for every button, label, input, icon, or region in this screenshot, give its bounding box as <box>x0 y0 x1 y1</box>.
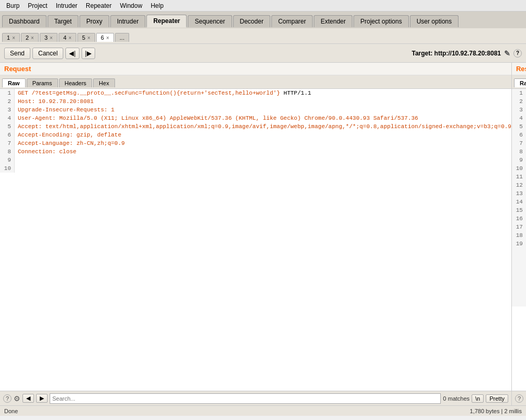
tab-decoder[interactable]: Decoder <box>233 15 270 27</box>
tab-dashboard[interactable]: Dashboard <box>2 15 47 27</box>
response-help-icon[interactable]: ? <box>515 394 523 403</box>
status-left: Done <box>4 408 18 414</box>
status-right: 1,780 bytes | 2 millis <box>470 408 522 414</box>
request-sub-tabs: Raw Params Headers Hex <box>0 75 511 89</box>
toolbar: Send Cancel ◀| |▶ Target: http://10.92.7… <box>0 44 526 63</box>
request-tab-raw[interactable]: Raw <box>2 78 26 87</box>
table-row: 5 Content-Type: text/html; charset=utf-8 <box>512 122 526 131</box>
table-row: &nbsp; &nbsp;at Route.dispatch (/home/T <box>512 298 526 307</box>
request-nav-back[interactable]: ◀ <box>22 394 34 403</box>
table-row: 5 Accept: text/html,application/xhtml+xm… <box>0 122 511 131</box>
table-row: &nbsp; &nbsp;at ServerResponse.send (/h <box>512 265 526 273</box>
tab-repeater[interactable]: Repeater <box>146 15 187 28</box>
table-row: 14 <title> <box>512 198 526 206</box>
nav-forward-button[interactable]: |▶ <box>82 48 95 59</box>
request-btn-n[interactable]: \n <box>472 394 484 403</box>
tab-extender[interactable]: Extender <box>314 15 352 27</box>
response-panel: Response Raw Headers Hex Render 1 HTTP/1… <box>512 63 526 405</box>
table-row: &nbsp; &nbsp;at /home/luogan03/Document <box>512 273 526 281</box>
rep-tab-6[interactable]: 6× <box>96 33 114 42</box>
table-row: 2 X-Powered-By: Express <box>512 97 526 106</box>
request-code-scroll[interactable]: 1 GET /?test=getMsg.__proto__.secFunc=fu… <box>0 89 511 391</box>
status-bar: Done 1,780 bytes | 2 millis <box>0 405 526 416</box>
help-icon[interactable]: ? <box>513 49 522 58</box>
rep-tab-3[interactable]: 3× <box>40 33 58 42</box>
table-row: 10 <!DOCTYPE html> <box>512 164 526 173</box>
menu-intruder[interactable]: Intruder <box>52 1 82 10</box>
response-sub-tabs: Raw Headers Hex Render <box>512 75 526 89</box>
table-row: 1 GET /?test=getMsg.__proto__.secFunc=fu… <box>0 89 511 97</box>
target-info: Target: http://10.92.78.20:8081 ✎ ? <box>411 49 522 58</box>
menu-help[interactable]: Help <box>146 1 168 10</box>
table-row: 3 Upgrade-Insecure-Requests: 1 <box>0 106 511 114</box>
rep-tab-more[interactable]: ... <box>115 33 129 42</box>
target-url: http://10.92.78.20:8081 <box>434 50 501 57</box>
table-row: &nbsp; &nbsp;at Layer.handle [as handle <box>512 281 526 290</box>
table-row: 7 Date: Mon, 17 May 2021 09:32:55 GMT <box>512 139 526 147</box>
table-row: 15 Error <box>512 206 526 214</box>
tab-target[interactable]: Target <box>48 15 78 27</box>
table-row: 6 Accept-Encoding: gzip, deflate <box>0 131 511 139</box>
request-nav-fwd[interactable]: ▶ <box>36 394 48 403</box>
request-code-area: 1 GET /?test=getMsg.__proto__.secFunc=fu… <box>0 89 511 391</box>
table-row: &nbsp; &nbsp;at Function.from (buffer.: <box>512 256 526 265</box>
tab-intruder[interactable]: Intruder <box>110 15 145 27</box>
response-code-area: 1 HTTP/1.1 500 Internal Server Error 2 X… <box>512 89 526 391</box>
table-row: 7 Accept-Language: zh-CN,zh;q=0.9 <box>0 139 511 147</box>
table-row: 8 Connection: close <box>512 147 526 156</box>
main-content: Request Raw Params Headers Hex 1 GET /?t… <box>0 63 526 405</box>
table-row: 9 <box>512 156 526 164</box>
menu-bar: Burp Project Intruder Repeater Window He… <box>0 0 526 12</box>
tab-proxy[interactable]: Proxy <box>79 15 109 27</box>
tab-comparer[interactable]: Comparer <box>271 15 313 27</box>
request-btn-pretty[interactable]: Pretty <box>486 394 508 403</box>
rep-tab-1[interactable]: 1× <box>2 33 20 42</box>
send-button[interactable]: Send <box>4 48 30 59</box>
table-row: 3 Content-Security-Policy: default-src '… <box>512 106 526 114</box>
request-match-count: 0 matches <box>443 395 470 402</box>
table-row: 10 <box>0 164 511 173</box>
nav-back-button[interactable]: ◀| <box>65 48 79 59</box>
table-row: 19 <pre> <box>512 240 526 248</box>
request-panel: Request Raw Params Headers Hex 1 GET /?t… <box>0 63 512 405</box>
table-row: 8 Connection: close <box>0 147 511 156</box>
nav-tabs: Dashboard Target Proxy Intruder Repeater… <box>0 12 526 29</box>
rep-tab-4[interactable]: 4× <box>59 33 76 42</box>
table-row: &nbsp; &nbsp;at next (/home/luogan03/Do <box>512 290 526 298</box>
tab-sequencer[interactable]: Sequencer <box>188 15 232 27</box>
table-row: 16 </title> <box>512 214 526 223</box>
request-bottom-bar: ? ⚙ ◀ ▶ 0 matches \n Pretty <box>0 391 511 405</box>
request-label: Request <box>0 63 511 75</box>
table-row: 6 Content-Length: 1523 <box>512 131 526 139</box>
menu-window[interactable]: Window <box>116 1 146 10</box>
table-row: 13 <meta charset="utf-8"> <box>512 189 526 198</box>
request-search-input[interactable] <box>50 393 441 404</box>
request-help-icon[interactable]: ? <box>3 394 12 403</box>
table-row: 1 HTTP/1.1 500 Internal Server Error <box>512 89 526 97</box>
request-tab-headers[interactable]: Headers <box>59 78 93 87</box>
rep-tab-5[interactable]: 5× <box>77 33 95 42</box>
table-row: TypeError [ERR_INVALID_ARG_TYPE]: The f: <box>512 248 526 256</box>
request-tab-params[interactable]: Params <box>27 78 58 87</box>
repeater-tabs: 1× 2× 3× 4× 5× 6× ... <box>0 29 526 44</box>
response-code-scroll[interactable]: 1 HTTP/1.1 500 Internal Server Error 2 X… <box>512 89 526 391</box>
edit-icon[interactable]: ✎ <box>504 49 510 58</box>
table-row: 4 User-Agent: Mozilla/5.0 (X11; Linux x8… <box>0 114 511 122</box>
table-row: 9 <box>0 156 511 164</box>
request-tab-hex[interactable]: Hex <box>93 78 115 87</box>
menu-burp[interactable]: Burp <box>2 1 24 10</box>
request-settings-icon[interactable]: ⚙ <box>14 394 20 403</box>
cancel-button[interactable]: Cancel <box>32 48 63 59</box>
table-row: 12 <head> <box>512 181 526 189</box>
table-row: 4 X-Content-Type-Options: nosniff <box>512 114 526 122</box>
response-label: Response <box>512 63 526 75</box>
tab-user-options[interactable]: User options <box>410 15 459 27</box>
rep-tab-2[interactable]: 2× <box>21 33 39 42</box>
tab-project-options[interactable]: Project options <box>353 15 408 27</box>
table-row: 17 </head> <box>512 223 526 231</box>
response-bottom-bar: ? ⚙ ◀ ▶ 0 matches \n Pretty <box>512 391 526 405</box>
response-tab-raw[interactable]: Raw <box>514 78 526 87</box>
menu-repeater[interactable]: Repeater <box>82 1 116 10</box>
menu-project[interactable]: Project <box>24 1 51 10</box>
table-row: 11 <html lang="en"> <box>512 173 526 181</box>
